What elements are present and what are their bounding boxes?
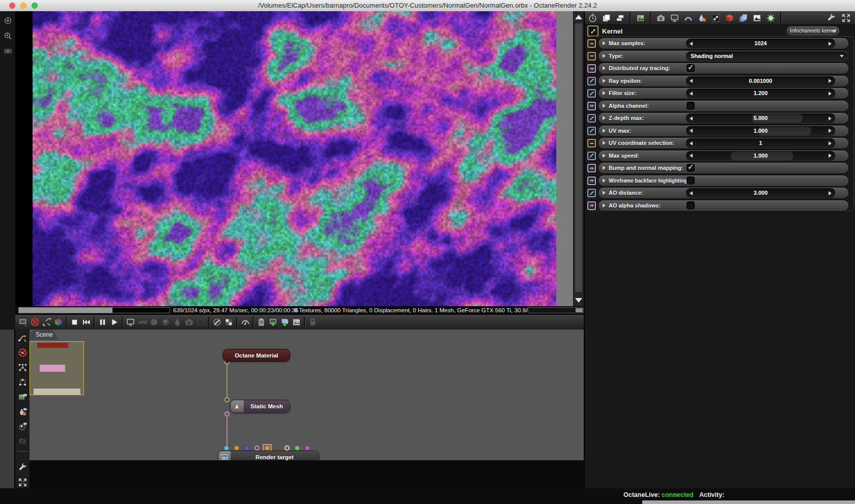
- image-node-icon[interactable]: [635, 12, 646, 24]
- port-green[interactable]: [295, 446, 300, 451]
- slider-increment-icon[interactable]: [829, 79, 832, 83]
- environment-node-icon[interactable]: [682, 12, 694, 24]
- expander-icon[interactable]: [603, 179, 606, 183]
- camera-lock-icon[interactable]: [183, 316, 195, 329]
- alpha-channel-checkbox[interactable]: [687, 102, 695, 110]
- expander-icon[interactable]: [603, 154, 606, 158]
- wireframe-backface-highlighting-checkbox[interactable]: [687, 176, 695, 185]
- lock-image-icon[interactable]: [307, 316, 319, 329]
- port-magenta[interactable]: [305, 446, 310, 451]
- object-ball-icon[interactable]: [160, 316, 172, 329]
- material-drop-icon[interactable]: [172, 316, 183, 329]
- node-static-mesh[interactable]: Static Mesh: [230, 400, 290, 413]
- geometry-node-icon[interactable]: [724, 12, 735, 24]
- flatten-layers-icon[interactable]: [614, 12, 626, 24]
- type-dropdown[interactable]: Shading normal: [686, 51, 848, 61]
- resume-render-icon[interactable]: [108, 316, 120, 329]
- add-icon[interactable]: [2, 14, 14, 26]
- max-samples-slider[interactable]: 1024: [686, 39, 835, 48]
- port-white[interactable]: [284, 446, 290, 451]
- slider-increment-icon[interactable]: [829, 129, 832, 133]
- scroll-down-icon[interactable]: [575, 298, 582, 303]
- pause-render-icon[interactable]: [97, 316, 108, 329]
- slider-increment-icon[interactable]: [829, 116, 832, 121]
- expander-icon[interactable]: [603, 104, 606, 108]
- slider-increment-icon[interactable]: [829, 191, 832, 195]
- region-render-icon[interactable]: [195, 316, 207, 329]
- expander-icon[interactable]: [603, 91, 606, 95]
- material-ball-icon[interactable]: [148, 316, 160, 329]
- texture-preview-icon[interactable]: [17, 435, 28, 447]
- layers-icon[interactable]: [601, 12, 612, 24]
- expander-icon[interactable]: [603, 66, 606, 70]
- expander-icon[interactable]: [603, 166, 606, 170]
- bump-and-normal-mapping-checkbox[interactable]: ✓: [687, 164, 695, 172]
- expander-icon[interactable]: [603, 41, 606, 45]
- expander-icon[interactable]: [603, 191, 606, 195]
- slider-increment-icon[interactable]: [829, 42, 832, 46]
- material-preview-icon[interactable]: [17, 405, 28, 418]
- kernel-type-selector[interactable]: Infochannels kernel: [787, 26, 839, 35]
- slider-increment-icon[interactable]: [829, 141, 832, 145]
- arrange-nodes-icon[interactable]: [17, 361, 28, 373]
- image-preview-icon[interactable]: [17, 391, 28, 403]
- ao-distance-slider[interactable]: 3.000: [686, 188, 835, 198]
- port-purple[interactable]: [244, 446, 249, 451]
- restart-render-icon[interactable]: [80, 316, 92, 329]
- lock-resolution-icon[interactable]: [41, 316, 52, 329]
- color-cube-icon[interactable]: [52, 316, 64, 329]
- wrench-icon[interactable]: [17, 461, 28, 473]
- disconnect-icon[interactable]: [17, 346, 28, 359]
- autofocus-icon[interactable]: AF: [136, 316, 148, 329]
- expander-icon[interactable]: [603, 79, 606, 83]
- alpha-display-icon[interactable]: [223, 316, 235, 329]
- z-depth-max-slider[interactable]: 5.000: [686, 113, 835, 123]
- port-orange[interactable]: [275, 446, 280, 451]
- port-pink[interactable]: [254, 446, 260, 451]
- slider-increment-icon[interactable]: [829, 154, 832, 158]
- timer-icon[interactable]: [587, 12, 598, 24]
- texture-node-icon[interactable]: [751, 12, 763, 24]
- emitter-node-icon[interactable]: [765, 12, 777, 24]
- picking-mode-icon[interactable]: [211, 316, 223, 329]
- expander-icon[interactable]: [603, 141, 606, 145]
- display-node-icon[interactable]: [669, 12, 680, 24]
- subsample-display-icon[interactable]: [125, 316, 136, 329]
- kernel-node-icon[interactable]: [710, 12, 722, 24]
- scroll-up-icon[interactable]: [575, 15, 582, 19]
- connection-icon[interactable]: [17, 332, 28, 344]
- ball-preview-icon[interactable]: [17, 420, 28, 432]
- node-octane-material[interactable]: Octane Material: [223, 349, 290, 362]
- disable-update-icon[interactable]: [29, 316, 41, 329]
- save-passes-icon[interactable]: [279, 316, 291, 329]
- export-image-icon[interactable]: [267, 316, 279, 329]
- zoom-in-icon[interactable]: [2, 29, 14, 42]
- performance-gauge-icon[interactable]: [239, 316, 251, 329]
- save-image-icon[interactable]: [291, 316, 302, 329]
- port-yellow[interactable]: [234, 446, 239, 451]
- render-compare-icon[interactable]: [17, 316, 29, 329]
- copy-image-icon[interactable]: [255, 316, 267, 329]
- expander-icon[interactable]: [603, 203, 606, 207]
- zoom-out-icon[interactable]: [2, 45, 14, 57]
- maximize-icon[interactable]: [17, 476, 28, 488]
- ao-alpha-shadows-checkbox[interactable]: [687, 201, 695, 210]
- distributed-ray-tracing-checkbox[interactable]: ✓: [687, 64, 695, 72]
- ray-epsilon-slider[interactable]: 0.001000: [686, 76, 835, 86]
- scrollbar-thumb[interactable]: [575, 23, 582, 292]
- max-speed-slider[interactable]: 1.000: [686, 151, 835, 161]
- nodegraph-canvas[interactable]: Scene Octane Material Static Mesh Render…: [30, 330, 584, 460]
- render-view[interactable]: [33, 11, 556, 306]
- expander-icon[interactable]: [603, 54, 606, 58]
- uv-coordinate-selection-slider[interactable]: 1: [686, 138, 835, 148]
- expander-icon[interactable]: [603, 129, 606, 133]
- stop-render-icon[interactable]: [69, 316, 80, 329]
- expander-icon[interactable]: [603, 116, 606, 120]
- camera-node-icon[interactable]: [655, 12, 667, 24]
- arrange-group-icon[interactable]: [17, 376, 28, 388]
- uv-max-slider[interactable]: 1.000: [686, 126, 835, 136]
- wrench-icon[interactable]: [825, 12, 837, 24]
- slider-increment-icon[interactable]: [829, 92, 832, 96]
- filter-size-slider[interactable]: 1.200: [686, 88, 835, 98]
- port-tan[interactable]: [265, 446, 270, 451]
